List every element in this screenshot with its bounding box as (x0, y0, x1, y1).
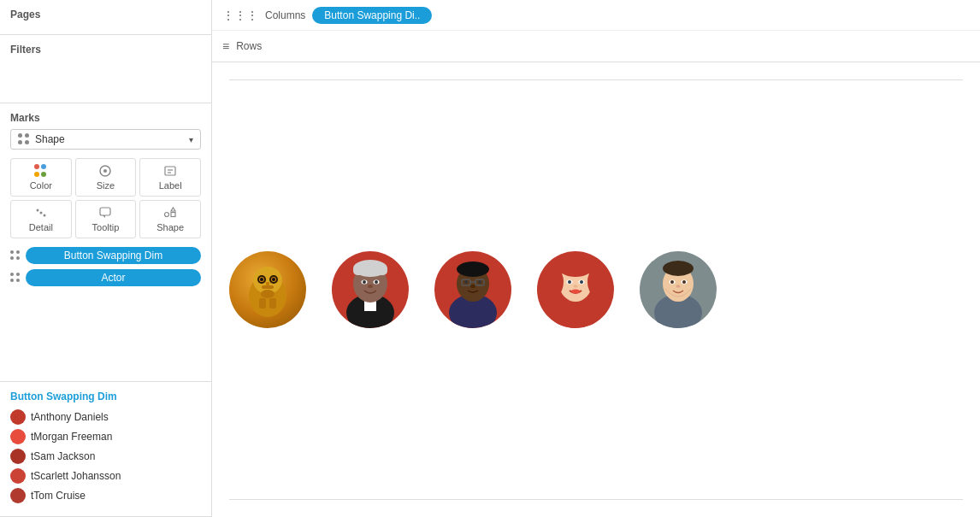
legend-item-5: tTom Cruise (10, 488, 201, 503)
svg-point-37 (368, 285, 373, 288)
svg-point-65 (670, 280, 674, 284)
svg-point-68 (676, 285, 681, 288)
marks-section: Marks Shape ▾ Color (0, 103, 211, 382)
marks-dropdown-left: Shape (18, 133, 65, 145)
legend-title: Button Swapping Dim (10, 391, 201, 402)
detail-button[interactable]: Detail (10, 200, 72, 238)
columns-label: Columns (265, 9, 305, 21)
left-panel: Pages Filters Marks Shape ▾ Color (0, 0, 212, 517)
svg-point-53 (587, 270, 599, 294)
svg-point-51 (558, 258, 593, 277)
size-icon (98, 164, 112, 178)
svg-point-58 (571, 290, 580, 294)
legend-label-2: tMorgan Freeman (31, 431, 112, 443)
size-label: Size (97, 180, 115, 191)
avatar-sam-jackson (434, 251, 511, 328)
pill-icon-1 (10, 250, 21, 261)
pill-actor[interactable]: Actor (26, 269, 201, 286)
pill-row-1: Button Swapping Dim (10, 247, 201, 264)
svg-point-63 (663, 261, 694, 276)
marks-type-label: Shape (35, 133, 65, 145)
svg-point-47 (470, 285, 475, 288)
svg-point-1 (103, 169, 107, 173)
columns-pill[interactable]: Button Swapping Di.. (312, 7, 432, 24)
right-panel: ⋮⋮⋮ Columns Button Swapping Di.. ≡ Rows (212, 0, 980, 517)
avatar-scarlett-johansson (537, 251, 614, 328)
shape-button[interactable]: Shape (139, 200, 201, 238)
svg-point-34 (363, 280, 366, 284)
legend-label-1: tAnthony Daniels (31, 411, 109, 423)
columns-icon: ⋮⋮⋮ (222, 9, 258, 22)
size-button[interactable]: Size (75, 158, 137, 197)
legend-item-2: tMorgan Freeman (10, 429, 201, 444)
legend-label-5: tTom Cruise (31, 490, 86, 502)
avatar-svg-scarlett (537, 251, 614, 328)
legend-item-3: tSam Jackson (10, 449, 201, 464)
filters-label: Filters (10, 44, 201, 56)
svg-rect-32 (353, 267, 387, 275)
svg-point-67 (682, 280, 686, 284)
marks-label: Marks (10, 112, 201, 124)
svg-point-41 (457, 261, 489, 277)
pages-label: Pages (10, 9, 201, 21)
marks-type-dropdown[interactable]: Shape ▾ (10, 129, 201, 150)
bottom-divider (229, 499, 963, 500)
svg-rect-24 (259, 298, 266, 308)
chart-row (229, 80, 963, 499)
legend-avatar-3 (10, 449, 26, 464)
legend-item-1: tAnthony Daniels (10, 409, 201, 425)
avatar-svg-c3po (229, 251, 306, 328)
svg-rect-22 (262, 285, 274, 289)
pill-row-2: Actor (10, 269, 201, 286)
color-icon (34, 164, 48, 178)
legend-avatar-2 (10, 429, 26, 444)
label-button[interactable]: Label (139, 158, 201, 197)
pages-section: Pages (0, 0, 211, 35)
tooltip-button[interactable]: Tooltip (75, 200, 137, 238)
svg-rect-23 (266, 282, 269, 285)
svg-point-18 (260, 278, 263, 281)
legend-avatar-5 (10, 488, 26, 503)
detail-icon (34, 206, 48, 220)
rows-icon: ≡ (222, 39, 229, 53)
legend-item-4: tScarlett Johansson (10, 468, 201, 484)
legend-label-3: tSam Jackson (31, 450, 95, 462)
avatar-svg-tom (640, 251, 717, 328)
svg-point-46 (478, 280, 481, 284)
color-button[interactable]: Color (10, 158, 72, 197)
dropdown-arrow-icon: ▾ (189, 135, 193, 144)
legend-section: Button Swapping Dim tAnthony Daniels tMo… (0, 382, 211, 517)
shape-label: Shape (156, 222, 184, 232)
svg-point-45 (464, 280, 468, 284)
svg-marker-12 (171, 208, 175, 211)
shape-icon (163, 206, 177, 220)
svg-point-6 (39, 212, 42, 214)
legend-label-4: tScarlett Johansson (31, 470, 121, 482)
marks-buttons-grid: Color Size (10, 158, 201, 238)
tooltip-label: Tooltip (92, 222, 120, 232)
tooltip-icon (98, 206, 112, 220)
legend-avatar-4 (10, 468, 26, 484)
avatar-anthony-daniels (229, 251, 306, 328)
svg-rect-25 (269, 298, 276, 308)
pill-icon-2 (10, 273, 21, 283)
svg-point-21 (272, 278, 275, 281)
rows-row: ≡ Rows (212, 31, 980, 62)
svg-point-10 (165, 213, 169, 217)
svg-point-55 (568, 280, 571, 284)
svg-rect-8 (100, 208, 110, 215)
svg-point-5 (36, 209, 38, 212)
pill-button-swapping[interactable]: Button Swapping Dim (26, 247, 201, 264)
svg-marker-9 (103, 215, 105, 218)
color-label: Color (30, 180, 52, 191)
legend-avatar-1 (10, 409, 26, 425)
marks-type-icon (18, 133, 30, 145)
label-icon (163, 164, 177, 178)
avatar-tom-cruise (640, 251, 717, 328)
avatar-morgan-freeman (332, 251, 409, 328)
label-label: Label (159, 180, 182, 191)
avatar-svg-morgan (332, 251, 409, 328)
top-bar: ⋮⋮⋮ Columns Button Swapping Di.. ≡ Rows (212, 0, 980, 62)
svg-point-59 (574, 285, 578, 288)
filters-section: Filters (0, 35, 211, 103)
